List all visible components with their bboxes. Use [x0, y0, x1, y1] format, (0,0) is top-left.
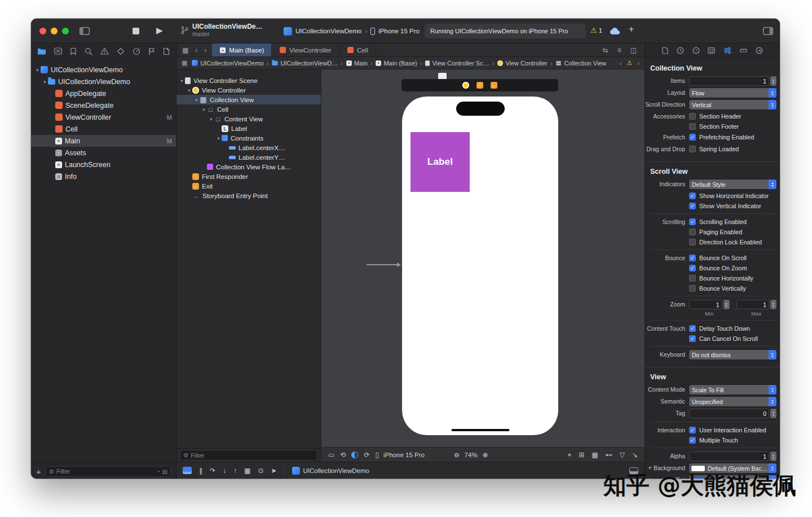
- popup-button[interactable]: Vertical▴▾: [689, 100, 776, 109]
- stepper-control[interactable]: ▴▾: [770, 452, 776, 461]
- view-debugger-icon[interactable]: ▦: [244, 467, 250, 475]
- zoom-out-icon[interactable]: ⊖: [454, 451, 460, 459]
- outline-item-view-controller[interactable]: ▾View Controller: [176, 85, 321, 95]
- outline-item-first-responder[interactable]: ↑First Responder: [176, 172, 321, 181]
- file-launchscreen[interactable]: ×LaunchScreen: [31, 159, 176, 170]
- outline-item-cell[interactable]: ▾□Cell: [176, 104, 321, 114]
- outline-filter-field[interactable]: ⊜: [180, 450, 317, 461]
- breadcrumb-uicollectionviewdemo[interactable]: UICollectionViewDemo: [191, 59, 263, 67]
- scheme-selector[interactable]: UICollectionViewDemo › iPhone 15 Pro: [284, 24, 420, 38]
- close-window-button[interactable]: [39, 28, 46, 34]
- checkbox[interactable]: ✓: [689, 335, 696, 342]
- run-button[interactable]: ▶: [156, 25, 163, 36]
- file-scenedelegate[interactable]: SceneDelegate: [31, 99, 176, 111]
- popup-button[interactable]: Unspecified▴▾: [689, 397, 776, 406]
- run-destination[interactable]: iPhone 15 Pro: [378, 28, 420, 34]
- tab-main-base[interactable]: ×Main (Base): [212, 43, 272, 56]
- outline-filter-input[interactable]: [191, 452, 314, 459]
- simulate-location-icon[interactable]: ➤: [271, 467, 276, 475]
- history-inspector-tab[interactable]: [677, 47, 684, 54]
- checkbox[interactable]: [689, 123, 696, 130]
- disclosure-triangle[interactable]: ▾: [42, 79, 48, 85]
- outline-item-exit[interactable]: ←Exit: [176, 181, 321, 191]
- align-icon[interactable]: ▦: [592, 451, 598, 459]
- stepper-control[interactable]: ▴▾: [770, 76, 776, 86]
- previous-issue-icon[interactable]: ‹: [620, 60, 622, 67]
- go-back-icon[interactable]: ‹: [195, 46, 197, 54]
- file-inspector-tab[interactable]: [662, 47, 668, 54]
- filter-input[interactable]: [56, 468, 155, 475]
- checkbox[interactable]: ✓: [689, 427, 696, 433]
- popup-button[interactable]: Do not dismiss▴▾: [689, 350, 776, 360]
- breadcrumb-main[interactable]: ×Main: [346, 60, 368, 67]
- storyboard-canvas[interactable]: ↑ ← Label ▭ ⟲: [321, 69, 645, 462]
- file-uicollectionviewdemo[interactable]: ▾UICollectionViewDemo: [31, 76, 176, 87]
- outline-item-collection-view[interactable]: ▾▦Collection View: [176, 95, 321, 104]
- step-into-icon[interactable]: ↓: [223, 467, 226, 475]
- attributes-inspector-tab[interactable]: [723, 47, 731, 54]
- resolve-autolayout-icon[interactable]: ▽: [620, 451, 625, 459]
- checkbox[interactable]: [689, 285, 696, 292]
- popup-button[interactable]: Scale To Fill▴▾: [689, 385, 776, 395]
- outline-item-storyboard-entry-point[interactable]: →Storyboard Entry Point: [176, 191, 321, 200]
- step-over-icon[interactable]: ↷: [210, 467, 215, 475]
- breadcrumb-view-controller[interactable]: View Controller: [497, 60, 547, 67]
- stepper-control[interactable]: ▴▾: [723, 300, 730, 309]
- checkbox[interactable]: ✓: [689, 255, 696, 261]
- checkbox[interactable]: ✓: [689, 218, 696, 225]
- checkbox[interactable]: ✓: [689, 437, 696, 444]
- stepper-control[interactable]: ▴▾: [770, 409, 776, 418]
- rotate-icon[interactable]: ⟳: [364, 451, 369, 459]
- disclosure-triangle[interactable]: ▾: [201, 107, 207, 112]
- checkbox[interactable]: [689, 113, 696, 120]
- disclosure-triangle[interactable]: ▾: [34, 67, 41, 73]
- canvas-device-name[interactable]: iPhone 15 Pro: [383, 452, 425, 458]
- embed-in-icon[interactable]: ⊞: [579, 451, 584, 459]
- bookmarks-navigator-tab[interactable]: [70, 47, 77, 55]
- toggle-navigator-icon[interactable]: [80, 27, 90, 35]
- quick-help-inspector-tab[interactable]: ?: [692, 47, 700, 54]
- issues-badge[interactable]: ⚠ 1: [590, 26, 602, 34]
- disclosure-triangle[interactable]: ▾: [179, 78, 185, 84]
- outline-item-view-controller-scene[interactable]: ▾View Controller Scene: [176, 76, 321, 85]
- checkbox[interactable]: ✓: [689, 134, 696, 141]
- xcode-cloud-icon[interactable]: [610, 28, 620, 35]
- file-main[interactable]: ×MainM: [31, 135, 176, 147]
- identity-inspector-tab[interactable]: [708, 47, 715, 54]
- zoom-in-icon[interactable]: ⊕: [483, 451, 488, 459]
- go-forward-icon[interactable]: ›: [204, 46, 206, 54]
- popup-button[interactable]: Flow▴▾: [689, 88, 776, 98]
- disclosure-triangle[interactable]: ▾: [193, 97, 200, 103]
- file-uicollectionviewdemo[interactable]: ▾UICollectionViewDemo: [31, 64, 176, 76]
- minimize-window-button[interactable]: [51, 28, 58, 34]
- outline-item-constraints[interactable]: ▾Constraints: [176, 133, 321, 143]
- cell-label[interactable]: Label: [427, 156, 453, 168]
- file-info[interactable]: ≡Info: [31, 170, 176, 182]
- breadcrumb-collection-view[interactable]: ▦Collection View: [555, 59, 606, 67]
- step-out-icon[interactable]: ↑: [233, 467, 237, 475]
- disclosure-triangle[interactable]: ▾: [186, 87, 192, 93]
- stepper-control[interactable]: ▴▾: [770, 300, 776, 309]
- source-control-navigator-tab[interactable]: [54, 47, 62, 55]
- toggle-debug-area-icon[interactable]: [183, 467, 192, 474]
- tab-viewcontroller[interactable]: ViewController: [272, 43, 339, 56]
- orientation-icon[interactable]: ⟲: [340, 451, 346, 459]
- field-value[interactable]: 0: [689, 409, 769, 418]
- popup-button[interactable]: Default Style▴▾: [689, 179, 776, 189]
- checkbox[interactable]: ✓: [689, 203, 696, 209]
- issues-navigator-tab[interactable]: [100, 47, 109, 55]
- checkbox[interactable]: [689, 229, 696, 235]
- connections-inspector-tab[interactable]: [756, 47, 763, 54]
- source-control-info[interactable]: UICollectionViewDe… master: [181, 23, 262, 37]
- breadcrumb-uicollectionviewd[interactable]: UICollectionViewD…: [271, 60, 338, 67]
- outline-item-content-view[interactable]: ▾□Content View: [176, 114, 321, 124]
- checkbox[interactable]: ✓: [689, 192, 696, 199]
- reports-navigator-tab[interactable]: [163, 47, 170, 55]
- checkbox[interactable]: [689, 239, 696, 246]
- related-items-menu-icon[interactable]: ▦: [182, 59, 187, 67]
- breadcrumb-view-controller-sc[interactable]: View Controller Sc…: [425, 60, 489, 67]
- editor-options-icon[interactable]: ≡: [617, 46, 621, 54]
- checkbox[interactable]: ✓: [689, 325, 696, 332]
- checkbox[interactable]: [689, 275, 696, 282]
- outline-item-collection-view-flow-la[interactable]: Collection View Flow La…: [176, 162, 321, 172]
